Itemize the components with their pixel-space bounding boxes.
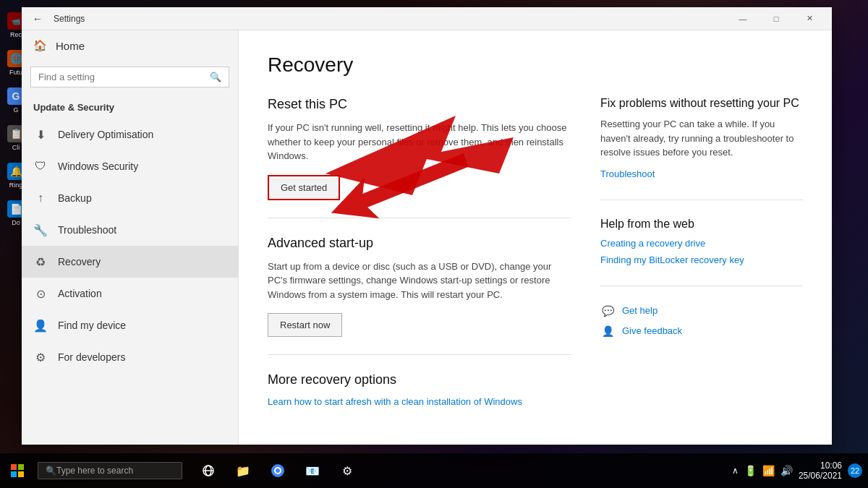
file-explorer-button[interactable]: 📁	[229, 456, 258, 485]
mail-button[interactable]: 📧	[298, 456, 327, 485]
clean-install-link[interactable]: Learn how to start afresh with a clean i…	[268, 396, 571, 407]
activation-icon: ⊙	[33, 286, 48, 301]
give-feedback-item[interactable]: 👤 Give feedback	[600, 324, 803, 338]
fix-problems-description: Resetting your PC can take a while. If y…	[600, 117, 803, 160]
get-started-button[interactable]: Get started	[268, 175, 340, 200]
section-divider-2	[268, 354, 571, 355]
sidebar-item-label: Activation	[58, 288, 102, 299]
troubleshoot-link[interactable]: Troubleshoot	[600, 168, 803, 179]
content-left: Reset this PC If your PC isn't running w…	[268, 97, 571, 413]
window-body: 🏠 Home 🔍 Update & Security ⬇ Delivery Op…	[22, 30, 832, 445]
back-button[interactable]: ←	[27, 9, 48, 29]
start-button[interactable]	[0, 453, 35, 488]
sidebar-item-activation[interactable]: ⊙ Activation	[22, 278, 238, 309]
network-icon: 📶	[762, 465, 775, 476]
task-view-button[interactable]	[194, 456, 223, 485]
wrench-icon: 🔧	[33, 223, 48, 237]
advanced-startup-title: Advanced start-up	[268, 236, 571, 251]
main-content: Recovery Reset this PC If your PC isn't …	[239, 30, 832, 445]
close-button[interactable]: ✕	[793, 7, 826, 30]
sidebar-item-label: Backup	[58, 192, 92, 204]
restore-button[interactable]: □	[760, 7, 793, 30]
support-section: 💬 Get help 👤 Give feedback	[600, 304, 803, 338]
content-layout: Reset this PC If your PC isn't running w…	[268, 97, 803, 413]
search-icon: 🔍	[210, 72, 221, 82]
taskbar-app-icons: 📁 📧 ⚙	[194, 456, 362, 485]
developers-icon: ⚙	[33, 350, 48, 364]
help-from-web-section: Help from the web Creating a recovery dr…	[600, 218, 803, 265]
sidebar-item-label: Recovery	[58, 256, 101, 267]
section-divider-1	[268, 218, 571, 218]
desktop: 📹 Rec 🌐 Futu G G 📋 Cli 🔔 Ring 📄 Do ←	[0, 0, 868, 488]
sidebar-search-container: 🔍	[30, 67, 229, 87]
home-label: Home	[56, 40, 85, 52]
get-help-item[interactable]: 💬 Get help	[600, 304, 803, 318]
chevron-up-icon: ∧	[732, 466, 739, 476]
reset-pc-section: Reset this PC If your PC isn't running w…	[268, 97, 571, 200]
window-controls: — □ ✕	[726, 7, 826, 30]
give-feedback-link[interactable]: Give feedback	[622, 325, 682, 336]
sidebar: 🏠 Home 🔍 Update & Security ⬇ Delivery Op…	[22, 30, 239, 445]
reset-pc-description: If your PC isn't running well, resetting…	[268, 121, 571, 163]
fix-problems-title: Fix problems without resetting your PC	[600, 97, 803, 110]
finding-bitlocker-key-link[interactable]: Finding my BitLocker recovery key	[600, 254, 803, 265]
sidebar-item-for-developers[interactable]: ⚙ For developers	[22, 341, 238, 373]
sidebar-item-label: Troubleshoot	[58, 224, 116, 236]
creating-recovery-drive-link[interactable]: Creating a recovery drive	[600, 238, 803, 249]
minimize-button[interactable]: —	[726, 7, 760, 30]
svg-rect-3	[18, 464, 24, 470]
sidebar-item-delivery[interactable]: ⬇ Delivery Optimisation	[22, 119, 238, 150]
sidebar-item-label: Windows Security	[58, 160, 138, 172]
taskbar-right: ∧ 🔋 📶 🔊 10:06 25/06/2021 22	[732, 461, 868, 481]
sidebar-item-label: Delivery Optimisation	[58, 129, 153, 140]
restart-now-button[interactable]: Restart now	[268, 313, 342, 337]
svg-rect-5	[18, 471, 24, 477]
window-title: Settings	[54, 14, 726, 24]
volume-icon: 🔊	[780, 465, 793, 476]
delivery-icon: ⬇	[33, 127, 48, 142]
sidebar-section-title: Update & Security	[22, 93, 238, 119]
shield-icon: 🛡	[33, 159, 48, 174]
sidebar-search-input[interactable]	[38, 72, 204, 82]
sidebar-item-recovery[interactable]: ♻ Recovery	[22, 246, 238, 278]
notification-badge[interactable]: 22	[848, 463, 862, 478]
reset-pc-title: Reset this PC	[268, 97, 571, 112]
sidebar-home-button[interactable]: 🏠 Home	[22, 30, 238, 61]
give-feedback-icon: 👤	[600, 324, 615, 338]
taskbar-clock[interactable]: 10:06 25/06/2021	[799, 461, 842, 481]
fix-problems-section: Fix problems without resetting your PC R…	[600, 97, 803, 179]
more-options-section: More recovery options Learn how to start…	[268, 372, 571, 407]
sidebar-item-label: Find my device	[58, 320, 126, 331]
backup-icon: ↑	[33, 191, 48, 205]
page-title: Recovery	[268, 53, 803, 77]
clock-time: 10:06	[820, 461, 842, 471]
right-divider-1	[600, 200, 803, 200]
sidebar-item-backup[interactable]: ↑ Backup	[22, 182, 238, 214]
taskbar: 🔍 📁 📧 ⚙ ∧	[0, 453, 868, 488]
taskbar-search: 🔍	[38, 462, 182, 479]
sidebar-item-label: For developers	[58, 351, 125, 363]
settings-button[interactable]: ⚙	[333, 456, 362, 485]
chrome-button[interactable]	[263, 456, 292, 485]
windows-logo-icon	[11, 464, 24, 477]
advanced-startup-section: Advanced start-up Start up from a device…	[268, 236, 571, 338]
sidebar-item-find-my-device[interactable]: 👤 Find my device	[22, 309, 238, 341]
content-right: Fix problems without resetting your PC R…	[600, 97, 803, 413]
sidebar-item-windows-security[interactable]: 🛡 Windows Security	[22, 150, 238, 182]
more-options-title: More recovery options	[268, 372, 571, 388]
chrome-icon	[271, 463, 285, 478]
advanced-startup-description: Start up from a device or disc (such as …	[268, 260, 571, 302]
home-icon: 🏠	[33, 39, 47, 52]
svg-rect-2	[11, 464, 17, 470]
right-divider-2	[600, 286, 803, 286]
clock-date: 25/06/2021	[799, 471, 842, 481]
window-titlebar: ← Settings — □ ✕	[22, 7, 832, 30]
settings-window: ← Settings — □ ✕ 🏠 Home 🔍 Upd	[22, 7, 832, 445]
recovery-icon: ♻	[33, 254, 48, 269]
get-help-icon: 💬	[600, 304, 615, 318]
taskbar-search-input[interactable]	[56, 466, 172, 476]
sidebar-item-troubleshoot[interactable]: 🔧 Troubleshoot	[22, 214, 238, 246]
find-device-icon: 👤	[33, 318, 48, 333]
battery-icon: 🔋	[744, 465, 757, 476]
get-help-link[interactable]: Get help	[622, 305, 658, 316]
